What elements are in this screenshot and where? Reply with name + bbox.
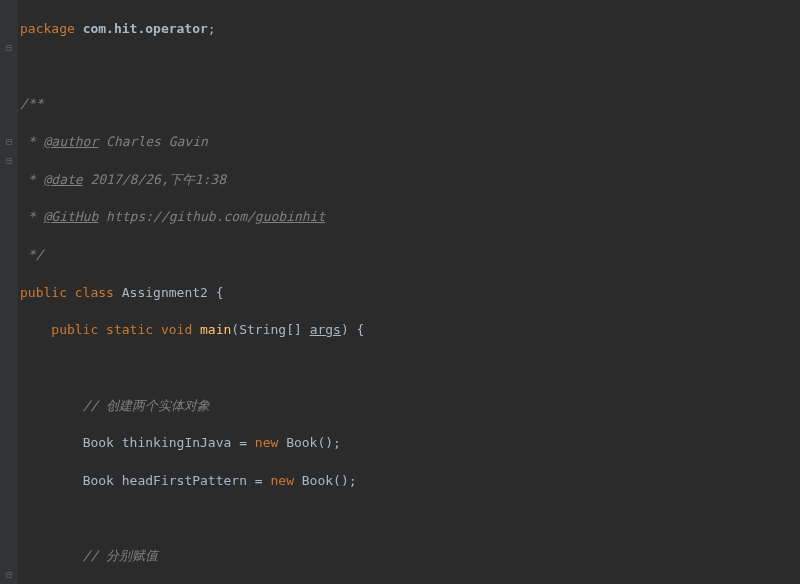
javadoc-open: /**: [20, 96, 43, 111]
type-book: Book: [83, 435, 114, 450]
comment: // 创建两个实体对象: [83, 398, 210, 413]
javadoc-date-tag: @date: [43, 172, 82, 187]
javadoc-github-tag: @GitHub: [43, 209, 98, 224]
package-name: com.hit.operator: [83, 21, 208, 36]
class-name: Assignment2: [122, 285, 208, 300]
var-thinkingInJava: thinkingInJava: [122, 435, 232, 450]
keyword-package: package: [20, 21, 75, 36]
keyword-new: new: [255, 435, 278, 450]
var-headFirstPattern: headFirstPattern: [122, 473, 247, 488]
param-args: args: [310, 322, 341, 337]
code-editor: ⊟ ⊟ ⊟ ⊟ package com.hit.operator; /** * …: [0, 0, 800, 584]
code-line[interactable]: package com.hit.operator;: [20, 20, 800, 39]
code-line[interactable]: // 创建两个实体对象: [20, 397, 800, 416]
code-area[interactable]: package com.hit.operator; /** * @author …: [18, 0, 800, 584]
code-line[interactable]: public static void main(String[] args) {: [20, 321, 800, 340]
code-line[interactable]: /**: [20, 95, 800, 114]
method-main: main: [200, 322, 231, 337]
keyword-public: public: [20, 285, 67, 300]
code-line[interactable]: * @GitHub https://github.com/guobinhit: [20, 208, 800, 227]
fold-marker[interactable]: ⊟: [0, 39, 18, 58]
javadoc-author: Charles Gavin: [98, 134, 208, 149]
javadoc-date: 2017/8/26,下午1:38: [83, 172, 226, 187]
param-type: String[]: [239, 322, 302, 337]
code-line[interactable]: public class Assignment2 {: [20, 284, 800, 303]
keyword-void: void: [161, 322, 192, 337]
fold-marker[interactable]: ⊟: [0, 152, 18, 171]
gutter: ⊟ ⊟ ⊟ ⊟: [0, 0, 18, 584]
comment: // 分别赋值: [83, 548, 158, 563]
fold-end-marker[interactable]: ⊟: [0, 566, 18, 584]
code-line[interactable]: // 分别赋值: [20, 547, 800, 566]
javadoc-author-tag: @author: [43, 134, 98, 149]
code-line[interactable]: * @date 2017/8/26,下午1:38: [20, 171, 800, 190]
code-line[interactable]: */: [20, 246, 800, 265]
keyword-static: static: [106, 322, 153, 337]
keyword-class: class: [75, 285, 114, 300]
code-line[interactable]: Book thinkingInJava = new Book();: [20, 434, 800, 453]
fold-marker[interactable]: ⊟: [0, 133, 18, 152]
javadoc-close: */: [20, 247, 43, 262]
code-line[interactable]: * @author Charles Gavin: [20, 133, 800, 152]
code-line[interactable]: Book headFirstPattern = new Book();: [20, 472, 800, 491]
javadoc-link: guobinhit: [255, 209, 325, 224]
